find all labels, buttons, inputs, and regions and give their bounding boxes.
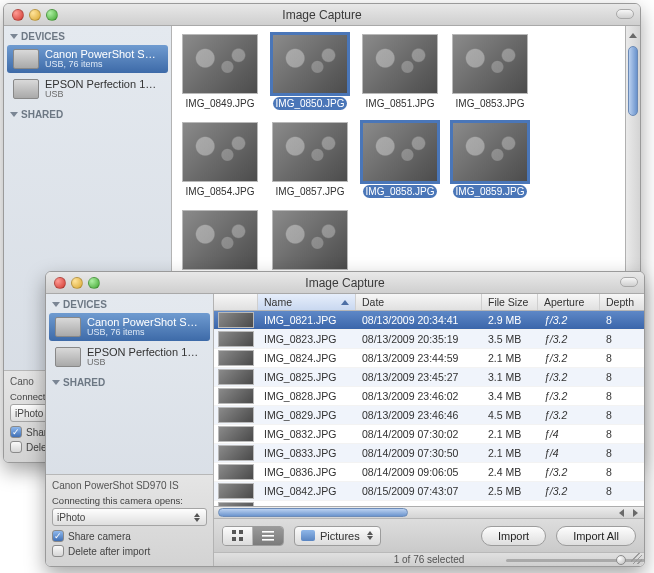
thumbnail-item[interactable]: IMG_0854.JPG bbox=[180, 122, 260, 198]
slider-knob[interactable] bbox=[616, 555, 626, 565]
cell-file-size: 3.5 MB bbox=[482, 333, 538, 345]
sidebar-device-camera[interactable]: Canon PowerShot SD970 IS USB, 76 items bbox=[7, 45, 168, 73]
row-thumbnail bbox=[214, 482, 258, 500]
column-thumbnail[interactable] bbox=[214, 294, 258, 310]
cell-date: 08/13/2009 23:46:02 bbox=[356, 390, 482, 402]
folder-icon bbox=[301, 530, 315, 541]
thumbnail-image bbox=[218, 426, 254, 442]
cell-file-size: 2.9 MB bbox=[482, 314, 538, 326]
scroll-thumb[interactable] bbox=[628, 46, 638, 116]
row-thumbnail bbox=[214, 406, 258, 424]
checkbox-icon bbox=[52, 530, 64, 542]
cell-aperture: ƒ/3.2 bbox=[538, 466, 600, 478]
disclosure-triangle-icon bbox=[10, 112, 18, 117]
row-thumbnail bbox=[214, 387, 258, 405]
import-all-button[interactable]: Import All bbox=[556, 526, 636, 546]
cell-name: IMG_0842.JPG bbox=[258, 485, 356, 497]
content-area: Name Date File Size Aperture Depth IMG_0… bbox=[214, 294, 644, 566]
table-row[interactable]: IMG_0825.JPG08/13/2009 23:45:273.1 MBƒ/3… bbox=[214, 368, 644, 387]
zoom-button[interactable] bbox=[88, 277, 100, 289]
cell-aperture: ƒ/3.2 bbox=[538, 409, 600, 421]
view-mode-switch[interactable] bbox=[222, 526, 284, 546]
thumbnail-item[interactable]: IMG_0850.JPG bbox=[270, 34, 350, 110]
section-shared[interactable]: SHARED bbox=[4, 104, 171, 122]
cell-name: IMG_0833.JPG bbox=[258, 447, 356, 459]
import-button[interactable]: Import bbox=[481, 526, 546, 546]
table-row[interactable]: IMG_0824.JPG08/13/2009 23:44:592.1 MBƒ/3… bbox=[214, 349, 644, 368]
column-file-size[interactable]: File Size bbox=[482, 294, 538, 310]
table-row[interactable]: IMG_0833.JPG08/14/2009 07:30:502.1 MBƒ/4… bbox=[214, 444, 644, 463]
thumbnail-image bbox=[218, 464, 254, 480]
table-row[interactable]: IMG_0821.JPG08/13/2009 20:34:412.9 MBƒ/3… bbox=[214, 311, 644, 330]
minimize-button[interactable] bbox=[71, 277, 83, 289]
cell-depth: 8 bbox=[600, 333, 644, 345]
column-name[interactable]: Name bbox=[258, 294, 356, 310]
cell-date: 08/15/2009 07:44:54 bbox=[356, 504, 482, 506]
grid-icon bbox=[231, 529, 245, 543]
resize-grip-icon[interactable] bbox=[631, 553, 642, 564]
section-shared[interactable]: SHARED bbox=[46, 372, 213, 390]
thumbnail-item[interactable]: IMG_0858.JPG bbox=[360, 122, 440, 198]
cell-name: IMG_0836.JPG bbox=[258, 466, 356, 478]
opens-popup[interactable]: iPhoto bbox=[52, 508, 207, 526]
section-devices[interactable]: DEVICES bbox=[4, 26, 171, 44]
thumbnail-item[interactable]: IMG_0853.JPG bbox=[450, 34, 530, 110]
disclosure-triangle-icon bbox=[10, 34, 18, 39]
titlebar[interactable]: Image Capture bbox=[4, 4, 640, 26]
cell-name: IMG_0828.JPG bbox=[258, 390, 356, 402]
sidebar-bottom-panel: Canon PowerShot SD970 IS Connecting this… bbox=[46, 474, 213, 566]
scroll-right-arrow-icon[interactable] bbox=[628, 507, 642, 518]
toolbar-toggle-button[interactable] bbox=[620, 277, 638, 287]
close-button[interactable] bbox=[12, 9, 24, 21]
sidebar-device-camera[interactable]: Canon PowerShot SD970 IS USB, 76 items bbox=[49, 313, 210, 341]
sidebar-device-scanner[interactable]: EPSON Perfection 1250 USB bbox=[7, 75, 168, 103]
titlebar[interactable]: Image Capture bbox=[46, 272, 644, 294]
thumbnail-image bbox=[218, 312, 254, 328]
list-view-button[interactable] bbox=[253, 527, 283, 545]
delete-after-import-checkbox[interactable]: Delete after import bbox=[52, 545, 207, 557]
cell-date: 08/13/2009 20:35:19 bbox=[356, 333, 482, 345]
table-row[interactable]: IMG_0843.JPG08/15/2009 07:44:542.3 MBƒ/3… bbox=[214, 501, 644, 506]
cell-name: IMG_0843.JPG bbox=[258, 504, 356, 506]
horizontal-scrollbar[interactable] bbox=[214, 507, 644, 519]
scroll-up-arrow-icon[interactable] bbox=[626, 28, 640, 42]
toolbar-toggle-button[interactable] bbox=[616, 9, 634, 19]
cell-depth: 8 bbox=[600, 390, 644, 402]
column-depth[interactable]: Depth bbox=[600, 294, 644, 310]
thumbnail-item[interactable]: IMG_0857.JPG bbox=[270, 122, 350, 198]
row-thumbnail bbox=[214, 444, 258, 462]
cell-aperture: ƒ/3.2 bbox=[538, 352, 600, 364]
file-list[interactable]: IMG_0821.JPG08/13/2009 20:34:412.9 MBƒ/3… bbox=[214, 311, 644, 506]
minimize-button[interactable] bbox=[29, 9, 41, 21]
cell-aperture: ƒ/3.2 bbox=[538, 390, 600, 402]
table-row[interactable]: IMG_0842.JPG08/15/2009 07:43:072.5 MBƒ/3… bbox=[214, 482, 644, 501]
thumbnail-image bbox=[218, 483, 254, 499]
thumbnail-size-slider[interactable] bbox=[506, 555, 626, 565]
svg-rect-6 bbox=[262, 539, 274, 541]
table-row[interactable]: IMG_0836.JPG08/14/2009 09:06:052.4 MBƒ/3… bbox=[214, 463, 644, 482]
row-thumbnail bbox=[214, 501, 258, 506]
icon-view-button[interactable] bbox=[223, 527, 253, 545]
section-devices[interactable]: DEVICES bbox=[46, 294, 213, 312]
thumbnail-item[interactable]: IMG_0859.JPG bbox=[450, 122, 530, 198]
share-camera-checkbox[interactable]: Share camera bbox=[52, 530, 207, 542]
sidebar-device-scanner[interactable]: EPSON Perfection 1250 USB bbox=[49, 343, 210, 371]
column-date[interactable]: Date bbox=[356, 294, 482, 310]
svg-rect-0 bbox=[232, 530, 236, 534]
row-thumbnail bbox=[214, 463, 258, 481]
table-row[interactable]: IMG_0832.JPG08/14/2009 07:30:022.1 MBƒ/4… bbox=[214, 425, 644, 444]
zoom-button[interactable] bbox=[46, 9, 58, 21]
table-row[interactable]: IMG_0829.JPG08/13/2009 23:46:464.5 MBƒ/3… bbox=[214, 406, 644, 425]
table-row[interactable]: IMG_0823.JPG08/13/2009 20:35:193.5 MBƒ/3… bbox=[214, 330, 644, 349]
close-button[interactable] bbox=[54, 277, 66, 289]
thumbnail-item[interactable]: IMG_0851.JPG bbox=[360, 34, 440, 110]
scroll-thumb[interactable] bbox=[218, 508, 408, 517]
thumbnail-item[interactable]: IMG_0849.JPG bbox=[180, 34, 260, 110]
cell-depth: 8 bbox=[600, 352, 644, 364]
destination-popup[interactable]: Pictures bbox=[294, 526, 381, 546]
status-text: 1 of 76 selected bbox=[394, 554, 465, 565]
scroll-left-arrow-icon[interactable] bbox=[614, 507, 628, 518]
table-row[interactable]: IMG_0828.JPG08/13/2009 23:46:023.4 MBƒ/3… bbox=[214, 387, 644, 406]
thumbnail-image bbox=[218, 388, 254, 404]
column-aperture[interactable]: Aperture bbox=[538, 294, 600, 310]
